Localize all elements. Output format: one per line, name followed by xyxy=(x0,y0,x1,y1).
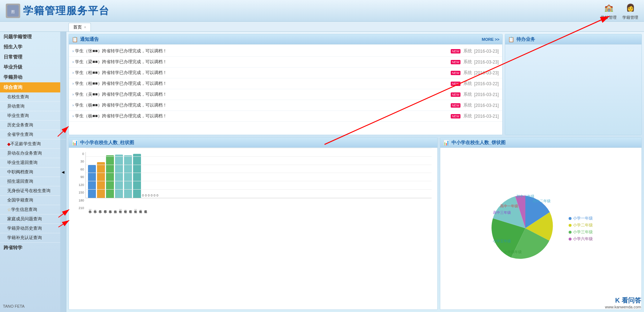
bar-rect-3 xyxy=(106,155,114,198)
watermark-url: www.kanwenda.com xyxy=(605,305,641,309)
x-label-12: 高中三年级 xyxy=(143,199,147,217)
bar-val-7: 0 xyxy=(142,194,144,197)
notice-item-5: › 学生（杨■■）跨省转学已办理完成，可以调档！ NEW 系统 [2016-03… xyxy=(69,100,502,111)
notice-bullet: › xyxy=(72,92,74,96)
notice-text-5: 学生（杨■■）跨省转学已办理完成，可以调档！ xyxy=(75,102,449,108)
notices-panel-header: 📋 通知通告 MORE >> xyxy=(69,34,502,44)
bar-1 xyxy=(88,165,96,198)
bar-chart-title: 中小学在校生人数_柱状图 xyxy=(80,139,134,146)
todo-body xyxy=(505,44,641,135)
sidebar-toggle[interactable]: ◀ xyxy=(60,32,66,312)
legend-label-3: 小学三年级 xyxy=(573,229,593,235)
sidebar-group-kuasheng[interactable]: 跨省转学 xyxy=(0,243,66,253)
sidebar-item-biyesheng[interactable]: 毕业生查询 xyxy=(0,111,66,121)
sidebar-item-jiating[interactable]: 家庭成员问题查询 xyxy=(0,214,66,224)
notice-item-0: › 学生（张■■）跨省转学已办理完成，可以调档！ NEW 系统 [2016-03… xyxy=(69,46,502,57)
notice-text-4: 学生（吴■■）跨省转学已办理完成，可以调档！ xyxy=(75,91,449,98)
legend-label-6: 小学六年级 xyxy=(573,236,593,242)
x-label-8: 初中二年级 xyxy=(123,199,127,217)
sidebar-item-zhaosheng-tuihui[interactable]: 招生退回查询 xyxy=(0,177,66,186)
legend-dot-6 xyxy=(569,238,572,240)
user-icon: 👩 xyxy=(624,1,637,14)
legend-dot-1 xyxy=(569,217,572,220)
sidebar-group-xuejiyidong[interactable]: 学籍异动 xyxy=(0,72,66,82)
bar-val-9: 0 xyxy=(148,194,150,197)
bar-6 xyxy=(133,154,141,198)
x-label-9: 初中三年级 xyxy=(128,199,132,217)
main-layout: ◀ 问题学籍管理 招生入学 日常管理 毕业升级 学籍异动 综合查询 在校生查询 … xyxy=(0,32,644,312)
legend-item-xiaoxue6: 小学六年级 xyxy=(569,236,593,242)
bar-chart-inner: 210 180 150 120 90 60 30 0 xyxy=(75,152,432,217)
sidebar-item-quanguo[interactable]: 全国学籍查询 xyxy=(0,196,66,205)
sidebar-item-wushenfenzhen[interactable]: 无身份证号在校生查询 xyxy=(0,186,66,196)
svg-text:图: 图 xyxy=(11,10,15,14)
tab-bar: 首页 × xyxy=(0,22,644,32)
notice-bullet: › xyxy=(72,71,74,75)
header-logo: 图 学籍管理服务平台 xyxy=(6,4,110,18)
notices-more[interactable]: MORE >> xyxy=(482,37,499,42)
notice-item-1: › 学生（梁■■）跨省转学已办理完成，可以调档！ NEW 系统 [2016-03… xyxy=(69,57,502,68)
pie-chart-panel: 📊 中小学在校生人数_饼状图 xyxy=(440,137,642,310)
sidebar-group-richang[interactable]: 日常管理 xyxy=(0,52,66,62)
pie-svg xyxy=(489,192,561,264)
notice-item-4: › 学生（吴■■）跨省转学已办理完成，可以调档！ NEW 系统 [2016-03… xyxy=(69,89,502,100)
xuji-manage-button[interactable]: 👩 学籍管理 xyxy=(622,1,638,20)
grid-180 xyxy=(86,148,432,148)
bar-8: 0 xyxy=(145,194,147,198)
bar-val-10: 0 xyxy=(151,194,153,197)
legend-label-1: 小学一年级 xyxy=(573,216,593,221)
notice-source-1: 系统 xyxy=(463,59,472,65)
bar-9: 0 xyxy=(148,194,150,198)
notice-date-2: [2016-03-23] xyxy=(474,70,499,75)
xuji-label: 学籍管理 xyxy=(622,15,638,20)
sidebar-item-buzu[interactable]: ◆不足龄学生查询 xyxy=(0,139,66,149)
legend-dot-2 xyxy=(569,224,572,227)
bars-area: 0 0 0 0 xyxy=(85,152,432,217)
notice-text-6: 学生（杨■■）跨省转学已办理完成，可以调档！ xyxy=(75,113,449,119)
sidebar-item-zhongzhi[interactable]: 中职阀档查询 xyxy=(0,168,66,177)
grid-120 xyxy=(86,165,432,165)
notice-item-3: › 学生（柏■■）跨省转学已办理完成，可以调档！ NEW 系统 [2016-03… xyxy=(69,78,502,89)
sidebar-item-buchong[interactable]: 学籍补充认证查询 xyxy=(0,233,66,243)
bar-rect-2 xyxy=(97,162,105,198)
sidebar-group-zhaosheng[interactable]: 招生入学 xyxy=(0,42,66,52)
sidebar-item-yidong-lishi[interactable]: 学籍异动历史查询 xyxy=(0,224,66,233)
sidebar-item-quansheng[interactable]: 全省学生查询 xyxy=(0,130,66,139)
notice-bullet: › xyxy=(72,114,74,118)
sidebar-group-zonghe[interactable]: 综合查询 xyxy=(0,82,66,92)
sidebar-item-xueshengxinxi[interactable]: ☆学生信息查询 xyxy=(0,205,66,214)
app-title: 学籍管理服务平台 xyxy=(23,4,110,18)
bar-chart-header: 📊 中小学在校生人数_柱状图 xyxy=(69,138,437,148)
tab-close-icon[interactable]: × xyxy=(84,25,86,29)
header-right: 🏫 学校管理 👩 学籍管理 xyxy=(601,0,638,21)
notice-badge-6: NEW xyxy=(451,114,460,118)
sidebar-item-biye-tuihui[interactable]: 毕业生退回查询 xyxy=(0,158,66,168)
header: 图 学籍管理服务平台 🏫 学校管理 👩 学籍管理 xyxy=(0,0,644,22)
notice-source-3: 系统 xyxy=(463,81,472,87)
school-manage-button[interactable]: 🏫 学校管理 xyxy=(601,1,617,20)
watermark: K 看问答 www.kanwenda.com xyxy=(605,296,641,309)
sidebar-item-zaixiao[interactable]: 在校生查询 xyxy=(0,92,66,102)
legend-item-xiaoxue2: 小学二年级 xyxy=(569,222,593,228)
notice-bullet: › xyxy=(72,82,74,86)
sidebar-item-yidong[interactable]: 异动查询 xyxy=(0,102,66,111)
pie-label-xiaoxue4: 小学四年级 xyxy=(504,250,522,255)
bar-4 xyxy=(115,155,123,198)
notice-bullet: › xyxy=(72,49,74,53)
notices-body: › 学生（张■■）跨省转学已办理完成，可以调档！ NEW 系统 [2016-03… xyxy=(69,44,502,135)
sidebar-group-biye[interactable]: 毕业升级 xyxy=(0,62,66,72)
pie-label-chuzhong2: 初中二年级 xyxy=(516,194,534,199)
sidebar-item-lishi[interactable]: 历史业务查询 xyxy=(0,121,66,130)
legend-label-2: 小学二年级 xyxy=(573,222,593,228)
bar-2 xyxy=(97,162,105,198)
legend-item-xiaoxue1: 小学一年级 xyxy=(569,216,593,221)
pie-chart-body: 初中二年级 高中二年级 高中一年级 高中三年级 小学五年级 小学四年级 小学一年… xyxy=(440,148,641,309)
grid-60 xyxy=(86,181,432,181)
sidebar-group-wenti[interactable]: 问题学籍管理 xyxy=(0,32,66,42)
tab-home-label: 首页 xyxy=(73,24,82,30)
tab-home[interactable]: 首页 × xyxy=(69,23,91,31)
notice-bullet: › xyxy=(72,103,74,107)
todo-panel-header: 📋 待办业务 xyxy=(505,34,641,44)
x-axis-labels: 小学一年级 小学二年级 小学三年级 小学四年级 小学五年级 小学六年级 初中一年… xyxy=(85,199,432,217)
sidebar-item-yidong-banye[interactable]: 异动在办业务查询 xyxy=(0,149,66,158)
